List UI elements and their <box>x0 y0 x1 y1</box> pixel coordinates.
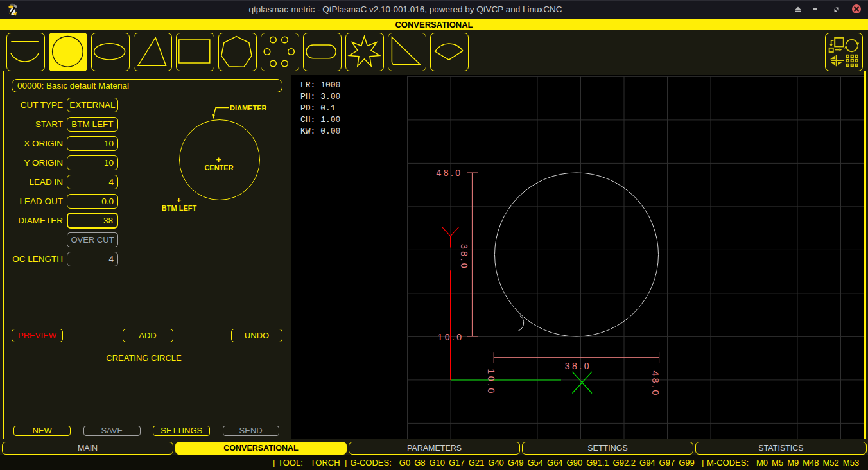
svg-text:38.0: 38.0 <box>565 361 591 371</box>
svg-text:48.0: 48.0 <box>650 371 661 397</box>
svg-text:38.0: 38.0 <box>459 244 469 270</box>
svg-text:10.0: 10.0 <box>486 369 496 396</box>
svg-text:10.0: 10.0 <box>437 332 464 342</box>
svg-text:48.0: 48.0 <box>436 168 462 178</box>
